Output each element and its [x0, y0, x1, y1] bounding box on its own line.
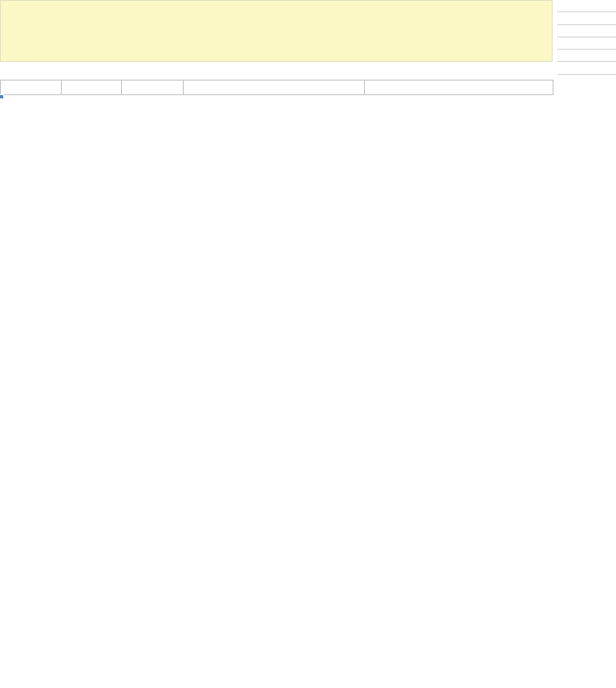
title-block[interactable]: [0, 0, 553, 62]
title-side-gridlines: [557, 0, 616, 75]
header-row: [1, 81, 553, 95]
col-header-status[interactable]: [1, 81, 62, 95]
selected-cell-indicator: [0, 95, 3, 98]
grid-wrap: [0, 80, 616, 95]
todo-table[interactable]: [0, 80, 553, 95]
col-header-priority[interactable]: [62, 81, 122, 95]
col-header-project[interactable]: [184, 81, 365, 95]
title-area: [0, 0, 616, 62]
col-header-duedate[interactable]: [122, 81, 184, 95]
col-header-description[interactable]: [365, 81, 553, 95]
